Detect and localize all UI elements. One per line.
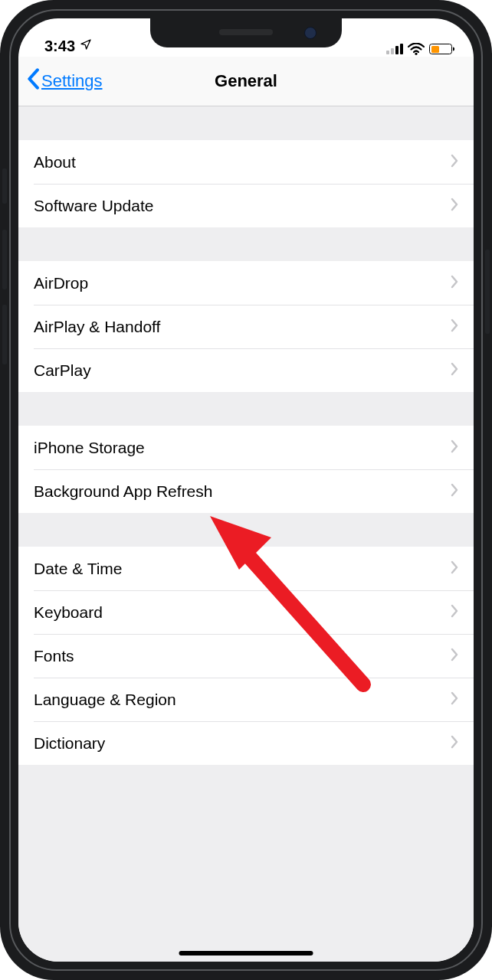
screen: 3:43 bbox=[18, 18, 474, 962]
row-label: CarPlay bbox=[34, 361, 451, 380]
svg-rect-0 bbox=[386, 51, 389, 54]
wifi-icon bbox=[408, 43, 425, 55]
row-label: Language & Region bbox=[34, 691, 451, 709]
row-dictionary[interactable]: Dictionary bbox=[18, 721, 474, 765]
chevron-right-icon bbox=[451, 691, 458, 709]
settings-group: iPhone Storage Background App Refresh bbox=[18, 426, 474, 513]
back-label: Settings bbox=[41, 71, 103, 91]
back-button[interactable]: Settings bbox=[26, 68, 103, 94]
svg-rect-3 bbox=[400, 44, 403, 54]
chevron-right-icon bbox=[451, 274, 458, 292]
row-airplay-handoff[interactable]: AirPlay & Handoff bbox=[18, 305, 474, 348]
chevron-right-icon bbox=[451, 361, 458, 380]
chevron-right-icon bbox=[451, 318, 458, 336]
row-label: AirDrop bbox=[34, 274, 451, 292]
row-keyboard[interactable]: Keyboard bbox=[18, 590, 474, 634]
row-label: Date & Time bbox=[34, 560, 451, 578]
svg-point-4 bbox=[415, 53, 417, 55]
chevron-right-icon bbox=[451, 734, 458, 753]
home-indicator[interactable] bbox=[179, 951, 313, 956]
settings-list[interactable]: About Software Update AirDrop AirPlay & … bbox=[18, 106, 474, 962]
settings-group: About Software Update bbox=[18, 140, 474, 227]
row-software-update[interactable]: Software Update bbox=[18, 184, 474, 227]
row-airdrop[interactable]: AirDrop bbox=[18, 261, 474, 305]
status-time: 3:43 bbox=[44, 38, 75, 55]
chevron-right-icon bbox=[451, 439, 458, 457]
chevron-right-icon bbox=[451, 647, 458, 665]
navigation-bar: Settings General bbox=[18, 57, 474, 106]
chevron-left-icon bbox=[26, 68, 40, 94]
row-date-time[interactable]: Date & Time bbox=[18, 547, 474, 590]
settings-group: AirDrop AirPlay & Handoff CarPlay bbox=[18, 261, 474, 392]
row-label: Fonts bbox=[34, 647, 451, 665]
cellular-signal-icon bbox=[386, 44, 403, 54]
row-about[interactable]: About bbox=[18, 140, 474, 184]
row-label: Software Update bbox=[34, 197, 451, 215]
row-label: iPhone Storage bbox=[34, 439, 451, 457]
chevron-right-icon bbox=[451, 197, 458, 215]
row-label: Background App Refresh bbox=[34, 482, 451, 501]
notch bbox=[150, 18, 342, 47]
row-carplay[interactable]: CarPlay bbox=[18, 348, 474, 392]
row-label: AirPlay & Handoff bbox=[34, 318, 451, 336]
settings-group: Date & Time Keyboard Fonts Language & Re… bbox=[18, 547, 474, 765]
row-language-region[interactable]: Language & Region bbox=[18, 678, 474, 721]
battery-icon bbox=[429, 44, 452, 54]
row-fonts[interactable]: Fonts bbox=[18, 634, 474, 678]
chevron-right-icon bbox=[451, 560, 458, 578]
chevron-right-icon bbox=[451, 482, 458, 501]
row-background-app-refresh[interactable]: Background App Refresh bbox=[18, 469, 474, 513]
chevron-right-icon bbox=[451, 153, 458, 172]
location-services-icon bbox=[80, 38, 92, 54]
row-iphone-storage[interactable]: iPhone Storage bbox=[18, 426, 474, 469]
row-label: About bbox=[34, 153, 451, 172]
chevron-right-icon bbox=[451, 603, 458, 622]
row-label: Dictionary bbox=[34, 734, 451, 753]
row-label: Keyboard bbox=[34, 603, 451, 622]
svg-rect-1 bbox=[391, 48, 394, 54]
phone-frame: 3:43 bbox=[0, 0, 492, 980]
svg-rect-2 bbox=[395, 46, 399, 54]
